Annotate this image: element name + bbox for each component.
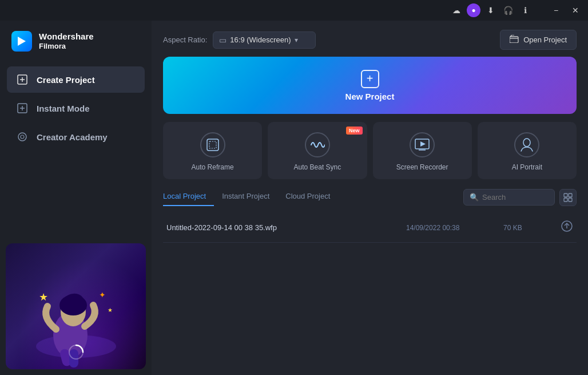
auto-reframe-icon: [200, 132, 225, 157]
avatar-icon[interactable]: ●: [467, 3, 480, 17]
sidebar-item-create-project[interactable]: Create Project: [7, 66, 145, 93]
svg-marker-23: [420, 141, 426, 147]
titlebar: ☁ ● ⬇ 🎧 ℹ − ✕: [0, 0, 588, 21]
sidebar-illustration: ★ ✦ ★: [0, 238, 152, 375]
cloud-icon[interactable]: ☁: [450, 3, 463, 17]
svg-point-8: [21, 135, 24, 139]
new-badge: New: [346, 127, 363, 135]
project-date: 14/09/2022 00:38: [406, 224, 492, 232]
nav-items: Create Project Instant Mode: [0, 62, 152, 155]
new-project-plus-icon: +: [361, 70, 379, 88]
sidebar: Wondershare Filmora Create Project: [0, 21, 152, 375]
tab-cloud-project[interactable]: Cloud Project: [277, 188, 338, 206]
svg-rect-21: [209, 141, 216, 148]
logo-icon: [11, 31, 32, 52]
open-project-label: Open Project: [523, 35, 567, 44]
svg-point-7: [18, 133, 26, 141]
tab-local-project[interactable]: Local Project: [163, 188, 214, 206]
ai-portrait-label: AI Portrait: [512, 163, 542, 171]
svg-rect-29: [569, 198, 572, 202]
table-row: Untitled-2022-09-14 00 38 35.wfp 14/09/2…: [163, 213, 577, 243]
search-area: 🔍: [463, 189, 577, 206]
screen-recorder-label: Screen Recorder: [396, 163, 448, 171]
feature-card-screen-recorder[interactable]: Screen Recorder: [373, 122, 472, 179]
open-project-button[interactable]: Open Project: [500, 30, 577, 50]
instant-mode-label: Instant Mode: [37, 104, 90, 113]
svg-rect-20: [207, 139, 218, 151]
search-box[interactable]: 🔍: [463, 189, 555, 206]
aspect-ratio-icon: ▭: [219, 35, 227, 45]
instant-mode-icon: [16, 102, 29, 115]
auto-beat-sync-icon: [305, 132, 330, 157]
aspect-ratio-value: 16:9 (Widescreen): [230, 35, 291, 44]
headphone-icon[interactable]: 🎧: [501, 3, 515, 17]
svg-rect-27: [569, 194, 572, 197]
svg-text:✦: ✦: [99, 290, 106, 299]
svg-rect-26: [564, 194, 567, 197]
search-input[interactable]: [482, 193, 549, 202]
open-project-icon: [510, 35, 519, 45]
logo-area: Wondershare Filmora: [0, 21, 152, 62]
search-icon: 🔍: [470, 193, 479, 202]
minimize-button[interactable]: −: [548, 5, 564, 16]
new-project-banner[interactable]: + New Project: [163, 57, 577, 114]
ai-portrait-icon: [514, 132, 539, 157]
upload-icon[interactable]: [561, 220, 573, 235]
auto-beat-sync-label: Auto Beat Sync: [294, 163, 341, 171]
tab-instant-project[interactable]: Instant Project: [214, 188, 277, 206]
feature-card-ai-portrait[interactable]: AI Portrait: [478, 122, 577, 179]
svg-text:★: ★: [108, 307, 113, 313]
logo-subtitle: Filmora: [39, 42, 94, 51]
feature-card-auto-reframe[interactable]: Auto Reframe: [163, 122, 262, 179]
svg-marker-0: [18, 37, 26, 46]
logo-text: Wondershare Filmora: [39, 31, 94, 51]
create-project-label: Create Project: [37, 75, 95, 85]
content-area: Aspect Ratio: ▭ 16:9 (Widescreen) ▾ Open…: [152, 21, 588, 375]
close-button[interactable]: ✕: [567, 5, 583, 16]
grid-view-button[interactable]: [559, 189, 577, 206]
sidebar-item-instant-mode[interactable]: Instant Mode: [7, 95, 145, 121]
svg-rect-28: [564, 198, 567, 202]
top-bar: Aspect Ratio: ▭ 16:9 (Widescreen) ▾ Open…: [152, 21, 588, 57]
aspect-dropdown-arrow: ▾: [295, 36, 298, 44]
create-project-icon: [16, 73, 29, 86]
screen-recorder-icon: [410, 132, 435, 157]
svg-text:★: ★: [39, 291, 48, 303]
svg-point-25: [523, 139, 530, 147]
feature-cards: Auto Reframe New Auto Beat Sync: [163, 122, 577, 179]
info-icon[interactable]: ℹ: [518, 3, 532, 17]
sidebar-item-creator-academy[interactable]: Creator Academy: [7, 124, 145, 150]
project-size: 70 KB: [503, 224, 549, 232]
projects-section: Local Project Instant Project Cloud Proj…: [152, 188, 588, 375]
logo-title: Wondershare: [39, 31, 94, 42]
project-list: Untitled-2022-09-14 00 38 35.wfp 14/09/2…: [163, 213, 577, 375]
aspect-ratio-select[interactable]: ▭ 16:9 (Widescreen) ▾: [213, 31, 315, 49]
new-project-label: New Project: [345, 92, 395, 101]
svg-rect-19: [510, 37, 518, 43]
main-layout: Wondershare Filmora Create Project: [0, 21, 588, 375]
download-icon[interactable]: ⬇: [484, 3, 498, 17]
aspect-ratio-label: Aspect Ratio:: [163, 35, 207, 44]
projects-tabs: Local Project Instant Project Cloud Proj…: [163, 188, 577, 206]
feature-card-auto-beat-sync[interactable]: New Auto Beat Sync: [268, 122, 367, 179]
project-name: Untitled-2022-09-14 00 38 35.wfp: [166, 223, 395, 232]
auto-reframe-label: Auto Reframe: [192, 163, 234, 171]
creator-academy-label: Creator Academy: [37, 132, 108, 142]
creator-academy-icon: [16, 131, 29, 143]
illustration-image: ★ ✦ ★: [6, 243, 146, 369]
aspect-ratio-area: Aspect Ratio: ▭ 16:9 (Widescreen) ▾: [163, 31, 316, 49]
